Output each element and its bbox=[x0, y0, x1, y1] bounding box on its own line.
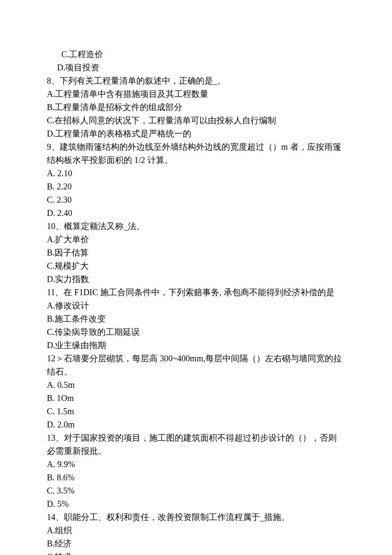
q13-option-d: D. 5% bbox=[47, 497, 345, 511]
q9-option-b: B. 2.20 bbox=[47, 180, 345, 193]
q7-option-c: C.工程造价 bbox=[47, 48, 345, 61]
q8-option-d: D.工程量清单的表格格式是严格统一的 bbox=[47, 127, 345, 140]
q12-option-b: B. 1Om bbox=[47, 392, 345, 405]
q13-stem-line2: 必需重新报批。 bbox=[47, 445, 345, 458]
q14-option-c: C.技术 bbox=[47, 550, 345, 555]
q13-option-a: A. 9.9% bbox=[47, 458, 345, 471]
q10-option-a: A.扩大单价 bbox=[47, 233, 345, 246]
q13-stem-line1: 13、对于国家投资的项目，施工图的建筑面积不得超过初步设计的（），否则 bbox=[47, 431, 345, 445]
q9-stem-line2: 结构板水平投影面积的 1/2 计算。 bbox=[47, 154, 345, 167]
q13-option-b: B. 8.6% bbox=[47, 471, 345, 484]
q11-option-b: B.施工条件改变 bbox=[47, 312, 345, 325]
q12-stem-line1: 12＞石墙要分层砌筑，每层高 300~400mm,每层中间隔（）左右砌与墙同宽的… bbox=[47, 352, 345, 365]
q12-option-d: D. 2.0m bbox=[47, 418, 345, 431]
q13-option-c: C. 3.5% bbox=[47, 484, 345, 497]
q7-option-d: D.项目投资 bbox=[47, 61, 345, 74]
q10-option-d: D.实力指数 bbox=[47, 273, 345, 286]
q11-stem: 11、在 F1DIC 施工合同条件中，下列索赔事务, 承包商不能得到经济补偿的是 bbox=[47, 286, 345, 299]
q12-option-c: C. 1.5m bbox=[47, 405, 345, 418]
q11-option-c: C.传染病导致的工期延误 bbox=[47, 325, 345, 339]
q8-option-b: B.工程量清单是招标文件的组成部分 bbox=[47, 101, 345, 114]
q10-option-c: C.规模扩大 bbox=[47, 259, 345, 273]
q11-option-d: D.业主缘由拖期 bbox=[47, 339, 345, 352]
q9-option-a: A. 2.10 bbox=[47, 167, 345, 180]
q14-option-a: A.组织 bbox=[47, 524, 345, 537]
q14-option-b: B.经济 bbox=[47, 537, 345, 550]
q14-stem: 14、职能分工、权利和责任，改善投资限制工作流程属于_措施。 bbox=[47, 511, 345, 524]
q10-option-b: B.因子估算 bbox=[47, 246, 345, 259]
q9-option-c: C. 2.30 bbox=[47, 193, 345, 206]
q8-stem: 8、下列有关工程量清单的叙述中，正确的是_。 bbox=[47, 74, 345, 87]
q9-stem-line1: 9、建筑物雨篷结构的外边线至外墙结构外边线的宽度超过（）m 者，应按雨篷 bbox=[47, 140, 345, 154]
q9-option-d: D. 2.40 bbox=[47, 206, 345, 220]
q12-stem-line2: 结石。 bbox=[47, 365, 345, 378]
q8-option-a: A.工程量清单中含有措施项目及其工程数量 bbox=[47, 87, 345, 101]
q12-option-a: A. 0.5m bbox=[47, 378, 345, 392]
document-page: C.工程造价D.项目投资8、下列有关工程量清单的叙述中，正确的是_。A.工程量清… bbox=[0, 0, 392, 555]
q8-option-c: C.在招标人同意的状况下，工程量清单可以由投标人自行编制 bbox=[47, 114, 345, 127]
q11-option-a: A.修改设计 bbox=[47, 299, 345, 312]
q10-stem: 10、概算定额法又称_法。 bbox=[47, 220, 345, 233]
